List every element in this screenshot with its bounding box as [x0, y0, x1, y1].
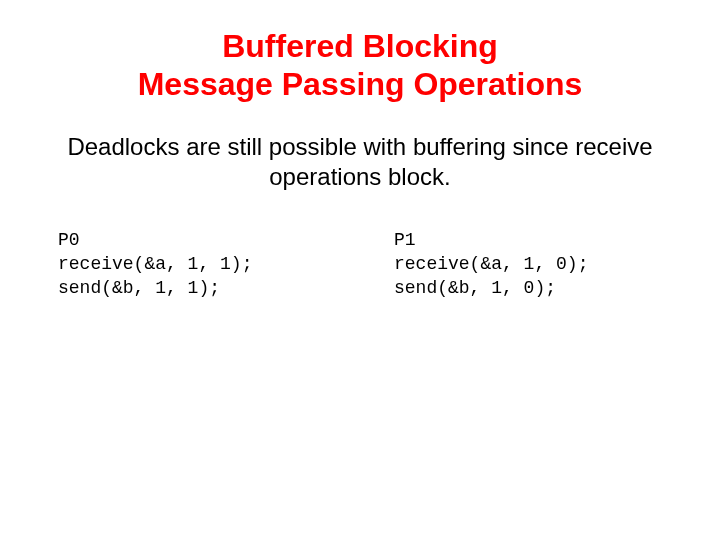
code-p0-header: P0	[58, 230, 80, 250]
code-block-p0: P0 receive(&a, 1, 1); send(&b, 1, 1);	[58, 228, 334, 301]
slide-title: Buffered Blocking Message Passing Operat…	[50, 28, 670, 104]
slide: Buffered Blocking Message Passing Operat…	[0, 0, 720, 540]
code-p0-line2: send(&b, 1, 1);	[58, 278, 220, 298]
code-p1-line1: receive(&a, 1, 0);	[394, 254, 588, 274]
code-column-right: P1 receive(&a, 1, 0); send(&b, 1, 0);	[394, 228, 670, 301]
title-line-2: Message Passing Operations	[138, 66, 583, 102]
slide-subtitle: Deadlocks are still possible with buffer…	[50, 132, 670, 192]
code-p0-line1: receive(&a, 1, 1);	[58, 254, 252, 274]
code-p1-header: P1	[394, 230, 416, 250]
code-p1-line2: send(&b, 1, 0);	[394, 278, 556, 298]
title-line-1: Buffered Blocking	[222, 28, 498, 64]
code-block-p1: P1 receive(&a, 1, 0); send(&b, 1, 0);	[394, 228, 670, 301]
code-column-left: P0 receive(&a, 1, 1); send(&b, 1, 1);	[58, 228, 334, 301]
code-columns: P0 receive(&a, 1, 1); send(&b, 1, 1); P1…	[50, 228, 670, 301]
